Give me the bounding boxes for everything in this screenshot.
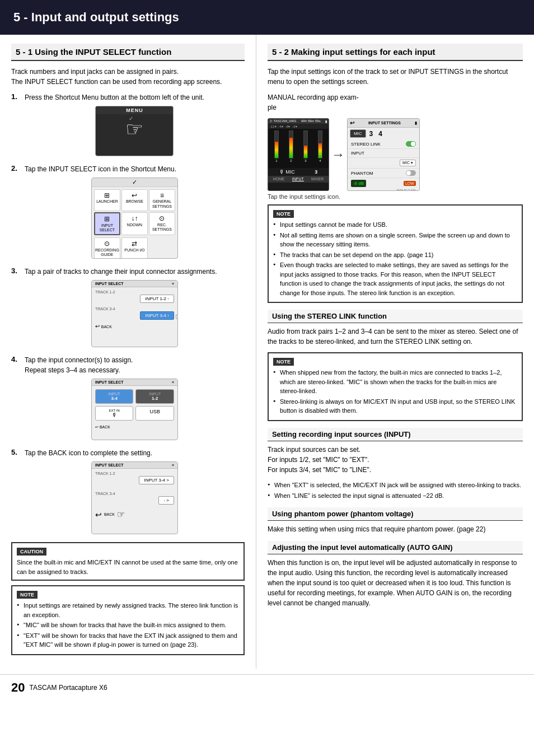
tab-num-4[interactable]: 4 <box>376 130 385 138</box>
left-note-item-1: "MIC" will be shown for tracks that have… <box>17 620 239 630</box>
usb-option[interactable]: USB <box>135 406 174 421</box>
browse-item[interactable]: ↩ BROWSE <box>121 189 148 211</box>
level-labels: -11▾ -4▾ -6▾ -3▾ <box>268 124 329 129</box>
track34-row-5: TRACK 3-4 - > <box>92 489 177 506</box>
home-btn[interactable]: HOME <box>273 177 285 181</box>
phantom-text: Make this setting when using mics that r… <box>268 524 523 534</box>
phantom-row: PHANTOM <box>348 169 419 178</box>
channel-label-2: 2 <box>290 159 292 162</box>
mic-tab[interactable]: MIC <box>350 129 366 138</box>
shortcut-screen: ✓ ⊞ LAUNCHER ↩ BROWSE ≡ GENERAL SETTINGS <box>91 178 178 259</box>
right-column: 5 - 2 Making input settings for each inp… <box>256 35 534 669</box>
step-3-num: 3. <box>11 267 21 275</box>
mic-dropdown-row: MIC ▾ <box>348 158 419 169</box>
phantom-toggle[interactable] <box>406 170 416 176</box>
hand-cursor-5: ☞ <box>117 509 125 520</box>
punch-io-item[interactable]: ⇄ PUNCH I/O <box>121 237 148 259</box>
step-5-num: 5. <box>11 448 21 456</box>
meter-fill-2 <box>289 138 293 158</box>
right-note-header: NOTE <box>273 210 294 218</box>
launcher-item[interactable]: ⊞ LAUNCHER <box>94 189 120 211</box>
step-1-text: Press the Shortcut Menu button at the bo… <box>25 92 245 102</box>
track12-row: TRACK 1-2 INPUT 1-2 › <box>92 287 177 304</box>
recording-app-container: 2: TASCAM_0001 99h 59m 59s ▮ -11▾ -4▾ -6… <box>268 118 523 191</box>
ext-in-option[interactable]: EXT IN 🎙 <box>95 406 134 421</box>
stereo-link-text: Audio from track pairs 1–2 and 3–4 can b… <box>268 326 523 347</box>
auto-gain-text: When this function is on, the input leve… <box>268 558 523 608</box>
rec-settings-icon: ⊙ <box>150 214 174 222</box>
stereo-link-toggle[interactable] <box>406 141 416 147</box>
input-bullet-0: When "EXT" is selected, the MIC/EXT IN j… <box>268 480 523 490</box>
arrow-right: → <box>331 147 345 162</box>
punch-io-label: PUNCH I/O <box>124 248 144 252</box>
mic-bottom-icon: 🎙 MIC <box>279 169 295 175</box>
track12-row-5: TRACK 1-2 INPUT 3-4 > <box>92 469 177 486</box>
back-btn-is2[interactable]: ↩ <box>350 120 354 126</box>
hand-icon: ☞ ✓ <box>125 118 143 141</box>
step-4-text: Tap the input connector(s) to assign.Rep… <box>25 355 245 375</box>
page-header: 5 - Input and output settings <box>0 0 534 35</box>
input-row: INPUT <box>348 149 419 158</box>
ia-header: INPUT SELECT ≡ <box>92 379 177 386</box>
channel-label-4: 4 <box>319 159 321 162</box>
device-name: 2: TASCAM_0001 <box>270 119 297 123</box>
rec-settings-item[interactable]: ⊙ REC. SETTINGS <box>149 212 175 235</box>
phantom-subsection-title: Using phantom power (phantom voltage) <box>268 507 523 521</box>
input12-btn[interactable]: INPUT 1-2 › <box>140 295 174 303</box>
input34-btn[interactable]: INPUT 3-4 › <box>140 311 174 320</box>
is-header-3: INPUT SELECT ≡ <box>92 281 177 287</box>
left-note-item-0: Input settings are retained by newly ass… <box>17 601 239 619</box>
step-3-content: Tap a pair of tracks to change their inp… <box>25 267 245 347</box>
track34-label: TRACK 3-4 <box>95 307 115 311</box>
gain-row: -6 dB LOW <box>348 178 419 189</box>
input-btn[interactable]: INPUT <box>292 177 304 181</box>
recording-guide-item[interactable]: ⊙ RECORDING GUIDE <box>94 237 120 259</box>
ia-title: INPUT SELECT <box>95 380 124 384</box>
stereo-link-row: STEREO LINK <box>348 139 419 149</box>
menu-screen: MENU ☞ ✓ <box>95 106 174 156</box>
meter-2 <box>289 130 293 158</box>
step-1: 1. Press the Shortcut Menu button at the… <box>11 92 245 156</box>
mic-dropdown[interactable]: MIC ▾ <box>400 160 416 166</box>
channel-4: 4 <box>313 130 327 166</box>
mixer-btn[interactable]: MIXER <box>311 177 324 181</box>
input-select-item[interactable]: ⊞ INPUT SELECT <box>94 212 120 235</box>
back-icon-5[interactable]: ↩ <box>95 510 102 519</box>
meter-fill-3 <box>304 146 307 158</box>
input-gain-label: INPUT GAIN <box>348 189 419 191</box>
stereo-link-note-0: When shipped new from the factory, the b… <box>273 368 517 396</box>
toggle-knob <box>411 142 415 146</box>
recording-guide-icon: ⊙ <box>95 240 119 248</box>
track12-label: TRACK 1-2 <box>95 290 115 294</box>
input-sources-title: Setting recording input sources (INPUT) <box>268 428 523 441</box>
track34-row: TRACK 3-4 INPUT 3-4 › ☞ <box>92 304 177 321</box>
back-icon-3[interactable]: ↩ BACK <box>92 321 177 332</box>
general-settings-item[interactable]: ≡ GENERAL SETTINGS <box>149 189 175 211</box>
is2-title: INPUT SETTINGS <box>368 121 401 125</box>
input-settings-screen: ↩ INPUT SETTINGS ▮ MIC 3 4 STEREO LINK <box>347 118 420 191</box>
meter-1 <box>274 130 279 158</box>
input34-option[interactable]: INPUT 3-4 <box>95 389 134 404</box>
input12-option[interactable]: INPUT 1-2 <box>135 389 174 404</box>
launcher-icon: ⊞ <box>95 192 119 199</box>
rec-meters: 1 2 3 <box>268 129 329 168</box>
step-5-content: Tap the BACK icon to complete the settin… <box>25 448 245 534</box>
browse-label: BROWSE <box>126 199 143 203</box>
ndown-item[interactable]: ↓↑ NDOWN <box>121 212 148 235</box>
phantom-knob <box>406 171 411 175</box>
punch-io-icon: ⇄ <box>123 240 147 248</box>
meter-fill-4 <box>318 143 322 158</box>
track-num-bottom: 3 <box>315 169 317 175</box>
ia-grid: INPUT 3-4 INPUT 1-2 EXT IN 🎙 USB <box>92 386 177 424</box>
input-select-label: INPUT SELECT <box>100 223 115 232</box>
left-section-title: 5 - 1 Using the INPUT SELECT function <box>11 44 245 61</box>
stereo-link-label: STEREO LINK <box>351 142 381 147</box>
browse-icon: ↩ <box>123 192 147 199</box>
rec-bottom-icons: 🎙 MIC 3 <box>268 168 329 176</box>
tab-num-3[interactable]: 3 <box>367 130 376 138</box>
is-title-5: INPUT SELECT <box>95 463 124 467</box>
caution-text: Since the built-in mic and MIC/EXT IN ca… <box>17 558 239 576</box>
intro-text-1: Track numbers and input jacks can be ass… <box>11 67 245 87</box>
step-4-num: 4. <box>11 355 21 363</box>
back-icon-4[interactable]: ↩ BACK <box>92 424 177 431</box>
